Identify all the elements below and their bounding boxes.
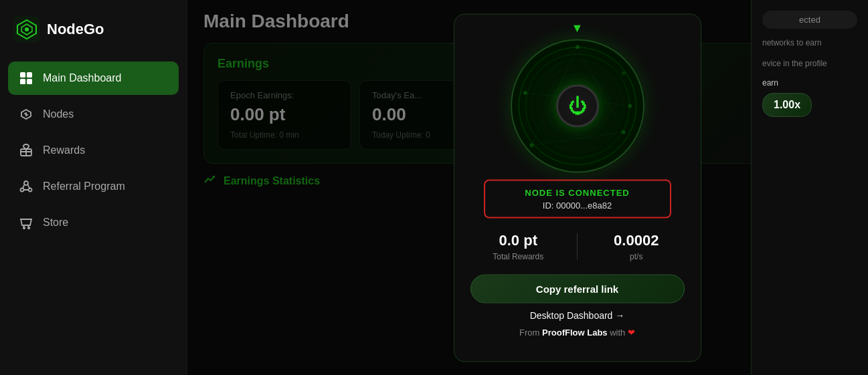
node-circle: ⏻ (511, 39, 644, 172)
pts-item: 0.0002 pt/s (588, 231, 685, 261)
sidebar-nav: Main Dashboard Nodes Rewards (0, 56, 187, 245)
sidebar-dashboard-label: Main Dashboard (43, 72, 121, 84)
brand-name: ProofFlow Labs (542, 327, 608, 337)
heart-icon: ❤ (628, 327, 635, 337)
total-rewards-value: 0.0 pt (470, 231, 567, 249)
svg-point-11 (29, 189, 32, 192)
node-connected-text: NODE IS CONNECTED (499, 187, 657, 197)
main-content: Main Dashboard Referrals: 0 Earnings Epo… (187, 0, 868, 375)
sidebar-item-rewards[interactable]: Rewards (8, 134, 179, 167)
sidebar-item-store[interactable]: Store (8, 206, 179, 239)
sidebar-rewards-label: Rewards (43, 144, 85, 156)
pts-label: pt/s (588, 251, 685, 261)
power-icon: ⏻ (568, 95, 587, 117)
sidebar: NodeGo Main Dashboard Nod (0, 0, 187, 375)
svg-rect-6 (20, 79, 25, 84)
from-text: From ProofFlow Labs with ❤ (519, 327, 635, 337)
sidebar-item-nodes[interactable]: Nodes (8, 98, 179, 131)
total-rewards-label: Total Rewards (470, 251, 567, 261)
rewards-icon (19, 143, 33, 158)
node-panel: ▼ ⏻ (454, 13, 701, 362)
svg-point-25 (621, 130, 625, 134)
sidebar-store-label: Store (43, 217, 68, 229)
svg-rect-5 (27, 72, 32, 78)
svg-point-3 (25, 27, 29, 31)
far-right-status: ected (762, 11, 857, 29)
dropdown-arrow[interactable]: ▼ (454, 14, 701, 39)
multiplier-badge: 1.00x (762, 93, 812, 117)
svg-point-9 (24, 181, 28, 185)
sidebar-referral-label: Referral Program (43, 180, 125, 193)
nodego-logo-icon (13, 16, 40, 43)
sidebar-item-referral[interactable]: Referral Program (8, 170, 179, 203)
logo-area: NodeGo (0, 0, 187, 56)
svg-point-26 (628, 104, 632, 108)
far-right-earn: earn (762, 78, 857, 88)
rewards-row: 0.0 pt Total Rewards 0.0002 pt/s (454, 225, 701, 267)
power-button[interactable]: ⏻ (556, 84, 599, 127)
svg-point-23 (523, 90, 527, 94)
sidebar-item-dashboard[interactable]: Main Dashboard (8, 61, 179, 95)
svg-line-28 (578, 47, 624, 73)
store-icon (19, 215, 33, 230)
dashboard-icon (19, 71, 33, 86)
svg-point-12 (23, 227, 25, 229)
total-rewards-item: 0.0 pt Total Rewards (470, 231, 567, 261)
svg-rect-4 (20, 72, 25, 78)
node-id-text: ID: 00000...e8a82 (499, 200, 657, 210)
copy-referral-button[interactable]: Copy referral link (470, 274, 685, 303)
logo-text: NodeGo (47, 21, 104, 38)
svg-point-24 (529, 143, 533, 147)
pts-value: 0.0002 (588, 231, 685, 249)
node-status-box: NODE IS CONNECTED ID: 00000...e8a82 (484, 179, 671, 218)
far-right-text2: evice in the profile (762, 57, 857, 70)
far-right-panel: ected networks to earn evice in the prof… (751, 0, 868, 375)
svg-rect-7 (27, 79, 32, 84)
svg-point-13 (28, 227, 29, 229)
panel-actions: Copy referral link Desktop Dashboard → F… (454, 267, 701, 348)
sidebar-nodes-label: Nodes (43, 108, 74, 120)
desktop-dashboard-link[interactable]: Desktop Dashboard → (530, 309, 625, 320)
far-right-text1: networks to earn (762, 37, 857, 49)
svg-line-20 (531, 132, 623, 145)
nodes-icon (19, 107, 33, 122)
svg-point-10 (21, 189, 24, 192)
rewards-divider (577, 233, 578, 259)
referral-icon (19, 179, 33, 194)
